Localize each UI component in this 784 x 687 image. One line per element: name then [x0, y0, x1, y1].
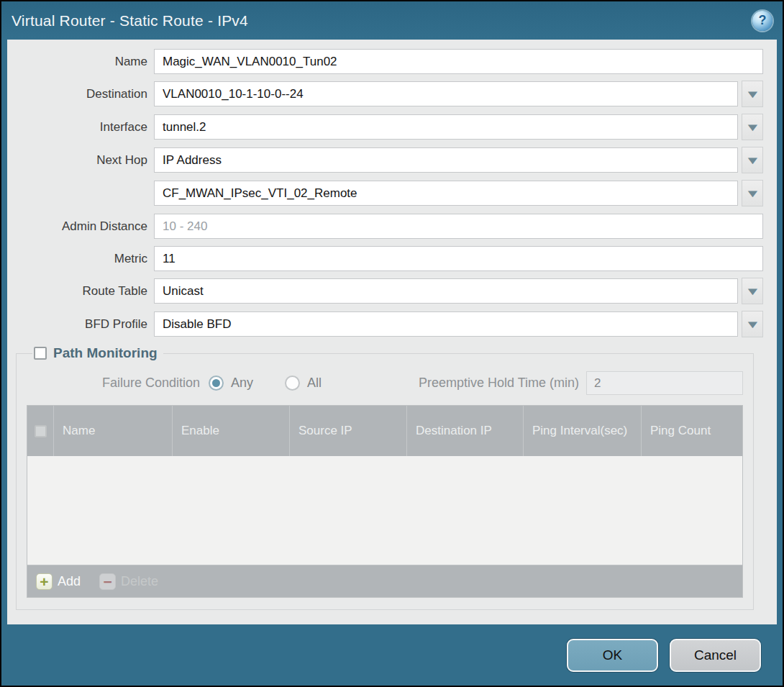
route-table-input[interactable]	[154, 278, 738, 304]
table-header: Name Enable Source IP Destination IP Pin…	[27, 406, 742, 456]
next-hop-row: Next Hop ▼	[7, 147, 763, 173]
delete-button[interactable]: − Delete	[99, 573, 158, 590]
add-plus-icon: +	[36, 573, 53, 590]
add-button[interactable]: + Add	[36, 573, 81, 590]
name-row: Name	[7, 49, 763, 74]
route-table-dropdown-button[interactable]: ▼	[742, 278, 763, 304]
table-header-cell: Source IP	[289, 406, 406, 456]
path-monitoring-table: Name Enable Source IP Destination IP Pin…	[27, 405, 743, 598]
next-hop-address-dropdown-button[interactable]: ▼	[742, 180, 763, 206]
bfd-profile-input[interactable]	[154, 311, 738, 337]
failure-condition-row: Failure Condition Any All Preemptive Hol…	[27, 371, 743, 395]
destination-label: Destination	[7, 87, 154, 101]
chevron-down-icon: ▼	[744, 188, 760, 199]
next-hop-label: Next Hop	[7, 153, 154, 168]
bfd-profile-row: BFD Profile ▼	[7, 311, 763, 337]
chevron-down-icon: ▼	[744, 319, 760, 329]
dialog-content: Name Destination ▼ Interface ▼ Next Hop	[7, 40, 777, 624]
path-monitoring-legend: Path Monitoring	[32, 345, 163, 361]
table-body-empty	[27, 456, 742, 565]
radio-all-label: All	[307, 376, 322, 391]
dialog-titlebar: Virtual Router - Static Route - IPv4 ?	[1, 1, 783, 40]
next-hop-address-input[interactable]	[154, 181, 738, 206]
name-input[interactable]	[154, 49, 763, 74]
radio-all[interactable]	[285, 376, 300, 391]
preemptive-hold-time-label: Preemptive Hold Time (min)	[419, 376, 586, 391]
failure-condition-radio-group: Any All	[209, 376, 346, 391]
dialog-bottombar: OK Cancel	[1, 624, 783, 686]
admin-distance-label: Admin Distance	[7, 219, 154, 234]
chevron-down-icon: ▼	[744, 155, 760, 165]
interface-row: Interface ▼	[7, 114, 763, 140]
failure-condition-label: Failure Condition	[27, 376, 209, 391]
radio-any[interactable]	[209, 376, 224, 391]
route-table-label: Route Table	[7, 284, 154, 299]
delete-button-label: Delete	[121, 574, 158, 589]
dialog-title: Virtual Router - Static Route - IPv4	[12, 12, 248, 29]
help-icon[interactable]: ?	[752, 11, 772, 31]
interface-label: Interface	[7, 120, 154, 135]
admin-distance-input[interactable]	[154, 214, 763, 239]
destination-dropdown-button[interactable]: ▼	[742, 81, 763, 107]
destination-input[interactable]	[154, 81, 738, 106]
name-label: Name	[7, 55, 154, 69]
preemptive-hold-time-group: Preemptive Hold Time (min)	[419, 371, 743, 395]
path-monitoring-checkbox[interactable]	[34, 347, 47, 360]
chevron-down-icon: ▼	[744, 88, 760, 99]
table-header-cell	[27, 406, 53, 456]
next-hop-type-dropdown-button[interactable]: ▼	[742, 147, 763, 173]
chevron-down-icon: ▼	[744, 286, 760, 296]
metric-row: Metric	[7, 246, 763, 271]
ok-button[interactable]: OK	[567, 639, 658, 672]
table-header-cell: Destination IP	[406, 406, 523, 456]
table-header-cell: Enable	[172, 406, 289, 456]
cancel-button[interactable]: Cancel	[670, 639, 761, 672]
table-footer: + Add − Delete	[27, 565, 742, 597]
table-header-cell: Name	[53, 406, 172, 456]
metric-input[interactable]	[154, 246, 763, 271]
chevron-down-icon: ▼	[744, 122, 760, 132]
bfd-profile-dropdown-button[interactable]: ▼	[742, 311, 763, 337]
static-route-dialog: Virtual Router - Static Route - IPv4 ? N…	[0, 0, 784, 687]
select-all-checkbox[interactable]	[35, 425, 47, 437]
admin-distance-row: Admin Distance	[7, 214, 763, 239]
radio-any-label: Any	[231, 376, 253, 391]
path-monitoring-title: Path Monitoring	[53, 345, 158, 361]
bfd-profile-label: BFD Profile	[7, 317, 154, 332]
next-hop-address-row: ▼	[7, 181, 763, 206]
path-monitoring-section: Path Monitoring Failure Condition Any Al…	[16, 345, 754, 610]
metric-label: Metric	[7, 252, 154, 266]
route-table-row: Route Table ▼	[7, 278, 763, 304]
interface-dropdown-button[interactable]: ▼	[742, 114, 763, 140]
table-header-cell: Ping Count	[641, 406, 742, 456]
next-hop-type-input[interactable]	[154, 147, 738, 173]
interface-input[interactable]	[154, 114, 738, 140]
radio-dot	[212, 379, 220, 387]
destination-row: Destination ▼	[7, 81, 763, 107]
table-header-cell: Ping Interval(sec)	[523, 406, 641, 456]
add-button-label: Add	[58, 574, 81, 589]
preemptive-hold-time-input[interactable]	[586, 371, 743, 395]
delete-minus-icon: −	[99, 573, 116, 590]
